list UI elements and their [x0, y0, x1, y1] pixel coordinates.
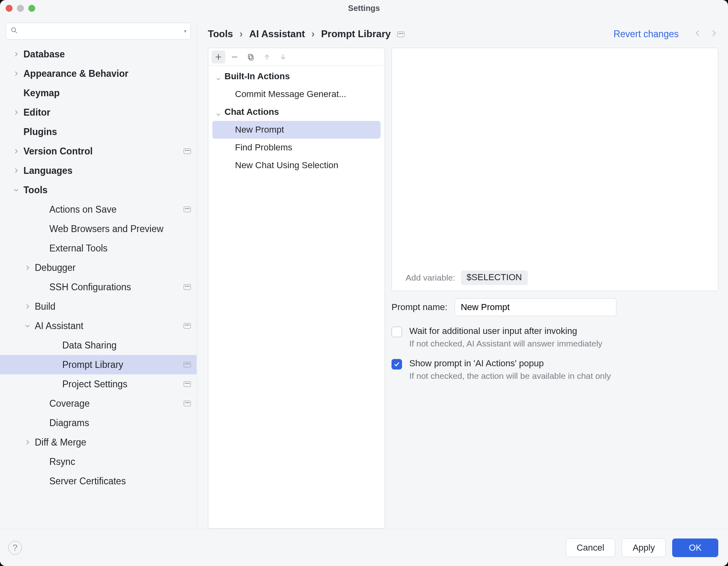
prompt-group-header[interactable]: Chat Actions [208, 103, 385, 121]
sidebar-item-label: SSH Configurations [49, 282, 131, 293]
breadcrumb-item[interactable]: AI Assistant [249, 28, 305, 40]
project-scope-badge [397, 32, 404, 37]
sidebar-item-label: Actions on Save [49, 204, 116, 215]
sidebar-item-label: Project Settings [62, 379, 127, 390]
prompt-name-label: Prompt name: [392, 302, 447, 313]
prompt-name-input[interactable] [455, 298, 616, 316]
chevron-down-icon [216, 109, 221, 115]
help-button[interactable]: ? [8, 541, 22, 555]
sidebar-item[interactable]: Version Control [0, 142, 197, 161]
variable-chip-selection[interactable]: $SELECTION [461, 270, 528, 285]
chevron-right-icon [13, 167, 19, 174]
add-button[interactable] [212, 51, 225, 63]
back-button[interactable] [693, 29, 702, 40]
wait-input-checkbox[interactable] [392, 327, 402, 337]
project-scope-badge [184, 284, 191, 290]
chevron-down-icon [216, 74, 221, 79]
ok-button[interactable]: OK [672, 539, 718, 557]
apply-button[interactable]: Apply [622, 539, 666, 557]
prompt-list-item[interactable]: New Prompt [212, 121, 381, 139]
sidebar-item[interactable]: Web Browsers and Preview [0, 219, 197, 239]
chevron-right-icon [13, 148, 19, 154]
main-panel: Tools › AI Assistant › Prompt Library Re… [197, 16, 728, 529]
sidebar-item-label: AI Assistant [35, 321, 83, 332]
sidebar-item[interactable]: Database [0, 44, 197, 64]
sidebar-item-label: Build [35, 301, 55, 312]
sidebar-item[interactable]: Rsync [0, 452, 197, 471]
window-title: Settings [0, 4, 728, 13]
prompt-list[interactable]: Built-In ActionsCommit Message Generat..… [208, 66, 385, 528]
prompt-list-item-label: Commit Message Generat... [235, 89, 346, 99]
zoom-window-button[interactable] [28, 5, 35, 12]
revert-changes-link[interactable]: Revert changes [614, 29, 679, 40]
sidebar-item[interactable]: AI Assistant [0, 316, 197, 336]
wait-input-row: Wait for additional user input after inv… [392, 326, 718, 348]
add-variable-label: Add variable: [406, 273, 455, 283]
sidebar-item[interactable]: Debugger [0, 258, 197, 277]
forward-button[interactable] [709, 29, 718, 40]
show-popup-checkbox[interactable] [392, 359, 402, 370]
project-scope-badge [184, 401, 191, 406]
chevron-right-icon [13, 51, 19, 57]
sidebar-item[interactable]: Prompt Library [0, 355, 197, 374]
prompt-list-panel: Built-In ActionsCommit Message Generat..… [208, 48, 385, 529]
sidebar-item[interactable]: Coverage [0, 394, 197, 413]
settings-search-input[interactable] [21, 26, 182, 36]
chevron-down-icon [13, 187, 19, 193]
prompt-group-label: Built-In Actions [224, 71, 290, 82]
cancel-button[interactable]: Cancel [566, 539, 615, 557]
prompt-list-item-label: New Prompt [235, 125, 284, 135]
sidebar-item-label: Version Control [23, 146, 93, 157]
sidebar-item[interactable]: Keymap [0, 83, 197, 103]
chevron-right-icon [24, 439, 31, 446]
settings-tree[interactable]: DatabaseAppearance & BehaviorKeymapEdito… [0, 44, 197, 529]
minimize-window-button[interactable] [17, 5, 24, 12]
sidebar-item[interactable]: Languages [0, 161, 197, 180]
remove-button[interactable] [228, 51, 241, 63]
breadcrumb-item[interactable]: Tools [208, 28, 233, 40]
svg-rect-5 [250, 55, 253, 60]
sidebar-item[interactable]: Editor [0, 103, 197, 122]
prompt-text-editor[interactable]: Add variable: $SELECTION [392, 48, 718, 291]
sidebar-item[interactable]: Server Certificates [0, 471, 197, 491]
sidebar-divider [197, 23, 197, 527]
sidebar-item[interactable]: Diff & Merge [0, 433, 197, 452]
chevron-right-icon [13, 70, 19, 77]
svg-point-0 [11, 27, 15, 32]
sidebar-item[interactable]: Data Sharing [0, 336, 197, 355]
sidebar-item[interactable]: Diagrams [0, 413, 197, 433]
chevron-down-icon: ▾ [184, 28, 186, 34]
prompt-toolbar [208, 48, 385, 66]
show-popup-label: Show prompt in 'AI Actions' popup [409, 358, 611, 369]
sidebar-item[interactable]: Tools [0, 180, 197, 200]
settings-search[interactable]: ▾ [6, 23, 191, 40]
chevron-right-icon: › [311, 28, 315, 40]
prompt-group-header[interactable]: Built-In Actions [208, 68, 385, 85]
sidebar-item[interactable]: External Tools [0, 239, 197, 258]
move-down-button[interactable] [276, 51, 290, 63]
sidebar-item[interactable]: Build [0, 297, 197, 316]
sidebar-item[interactable]: Plugins [0, 122, 197, 142]
sidebar-item-label: Plugins [23, 127, 57, 137]
sidebar-item-label: Prompt Library [62, 359, 123, 370]
prompt-list-item[interactable]: Find Problems [208, 139, 385, 156]
sidebar-item[interactable]: Actions on Save [0, 200, 197, 219]
sidebar-item-label: Keymap [23, 88, 59, 99]
move-up-button[interactable] [260, 51, 274, 63]
dialog-button-bar: ? Cancel Apply OK [0, 529, 728, 566]
copy-button[interactable] [244, 51, 258, 63]
prompt-list-item[interactable]: New Chat Using Selection [208, 156, 385, 174]
sidebar-item[interactable]: Project Settings [0, 374, 197, 394]
sidebar-item[interactable]: SSH Configurations [0, 277, 197, 297]
project-scope-badge [184, 207, 191, 212]
prompt-list-item-label: New Chat Using Selection [235, 160, 339, 171]
history-nav [693, 29, 718, 40]
prompt-list-item[interactable]: Commit Message Generat... [208, 85, 385, 103]
sidebar-item-label: Data Sharing [62, 340, 116, 351]
sidebar-item-label: Diagrams [49, 418, 89, 429]
svg-rect-6 [248, 54, 252, 59]
close-window-button[interactable] [6, 5, 13, 12]
sidebar-item-label: Debugger [35, 262, 76, 273]
breadcrumb-item[interactable]: Prompt Library [321, 28, 391, 40]
sidebar-item[interactable]: Appearance & Behavior [0, 64, 197, 83]
